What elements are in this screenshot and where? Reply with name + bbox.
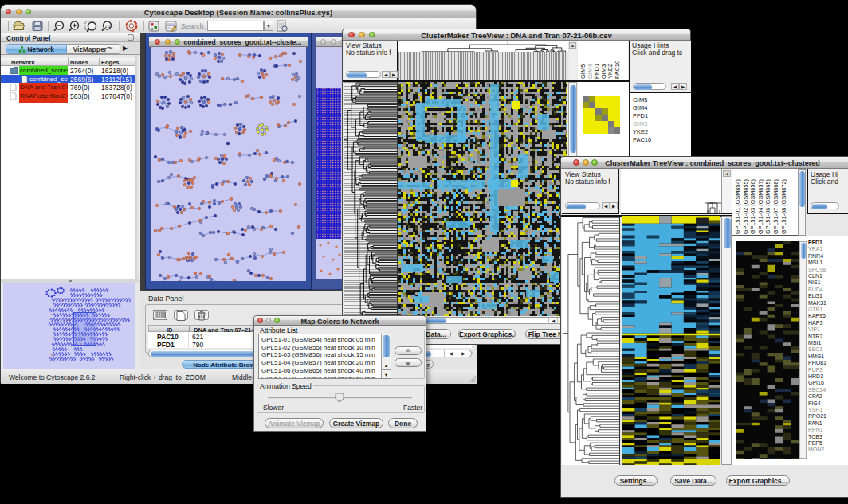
svg-text:PAC10: PAC10 [614,61,621,79]
svg-text:GPL51-08 (GSM872): GPL51-08 (GSM872) [780,179,787,234]
svg-text:GPL51-03 (GSM856): GPL51-03 (GSM856) [749,179,756,234]
svg-text:GPL51-01 (GSM854): GPL51-01 (GSM854) [734,179,741,234]
svg-text:GPL51-02 (GSM855): GPL51-02 (GSM855) [742,179,749,234]
svg-text:GPL51-04 (GSM857): GPL51-04 (GSM857) [757,179,764,234]
svg-text:1:1: 1:1 [105,24,111,29]
svg-text:GPL51-06 (GSM865): GPL51-06 (GSM865) [764,179,771,234]
svg-text:GPL51-07 (GSM868): GPL51-07 (GSM868) [772,179,779,234]
